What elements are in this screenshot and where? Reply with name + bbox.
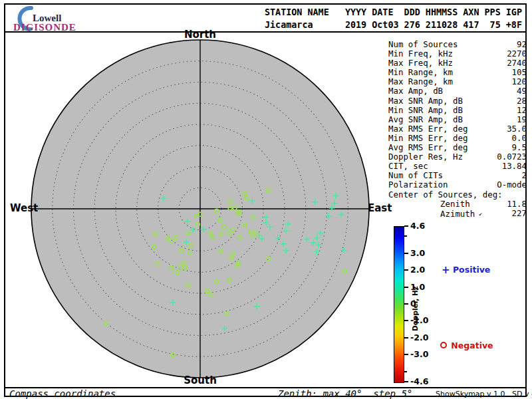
coordinates-mode-label: Compass coordinates bbox=[9, 388, 116, 399]
legend-negative-label: Negative bbox=[451, 340, 493, 350]
stat-row: Azimuth ↙227 bbox=[388, 209, 527, 219]
colorbar-tick-label: -3.0 bbox=[410, 350, 428, 358]
stat-row: Max RMS Err, deg35.0 bbox=[388, 124, 527, 134]
colorbar-tick bbox=[404, 287, 408, 288]
colorbar-tick bbox=[404, 253, 408, 254]
colorbar-tick bbox=[404, 320, 408, 321]
stat-row: Min SNR Amp, dB12 bbox=[388, 106, 527, 115]
stats-panel: Num of Sources92Min Freq, kHz2270Max Fre… bbox=[388, 40, 527, 219]
colorbar-minor-tick bbox=[404, 371, 407, 372]
colorbar-tick-label: -2.0 bbox=[410, 334, 428, 342]
doppler-axis-label: Doppler, Hz bbox=[392, 303, 439, 313]
colorbar-tick-label: 4.6 bbox=[410, 222, 425, 230]
version-label: ShowSkymap v 1.0 SD v 4.2 bbox=[436, 390, 532, 398]
zenith-range-label: Zenith: max 40° step 5° bbox=[278, 388, 412, 399]
legend-negative: Negative bbox=[440, 340, 493, 350]
stat-row: Max SNR Amp, dB28 bbox=[388, 96, 527, 106]
compass-label-west: West bbox=[10, 202, 38, 214]
stat-row: CIT, sec13.84 bbox=[388, 162, 527, 171]
azimuth-direction-arrow-icon: ↙ bbox=[475, 210, 482, 217]
colorbar-tick bbox=[404, 354, 408, 355]
colorbar-tick bbox=[404, 337, 408, 338]
colorbar-tick bbox=[404, 381, 408, 382]
plus-icon: + bbox=[442, 264, 450, 276]
stat-row: Min Range, km105 bbox=[388, 68, 527, 77]
circle-icon bbox=[440, 342, 447, 348]
legend-positive-label: Positive bbox=[453, 265, 490, 275]
colorbar-tick bbox=[404, 225, 408, 227]
colorbar-tick-label: -4.6 bbox=[410, 378, 428, 386]
stat-row: Min Freq, kHz2270 bbox=[388, 49, 527, 59]
stat-row: Max Range, km120 bbox=[388, 77, 527, 86]
stat-row: Avg SNR Amp, dB19 bbox=[388, 115, 527, 124]
stat-row: Max Amp, dB49 bbox=[388, 86, 527, 96]
compass-label-north: North bbox=[180, 29, 220, 41]
legend-positive: + Positive bbox=[442, 264, 490, 276]
colorbar-tick-label: 3.0 bbox=[410, 249, 425, 257]
colorbar-minor-tick bbox=[404, 235, 407, 237]
stat-row: Num of CITs2 bbox=[388, 171, 527, 180]
stat-row: Avg RMS Err, deg9.5 bbox=[388, 143, 527, 152]
stat-row: PolarizationO-mode bbox=[388, 180, 527, 190]
colorbar-tick-label: 2.0 bbox=[410, 266, 425, 274]
stat-row: Center of Sources, deg: bbox=[388, 190, 527, 200]
colorbar-tick bbox=[404, 269, 408, 271]
stat-row: Doppler Res, Hz0.0723 bbox=[388, 152, 527, 162]
stat-row: Min RMS Err, deg0.0 bbox=[388, 134, 527, 143]
stat-row: Num of Sources92 bbox=[388, 40, 527, 49]
stat-row: Max Freq, kHz2740 bbox=[388, 59, 527, 68]
compass-label-south: South bbox=[180, 374, 220, 386]
stat-row: Zenith11.8 bbox=[388, 200, 527, 209]
